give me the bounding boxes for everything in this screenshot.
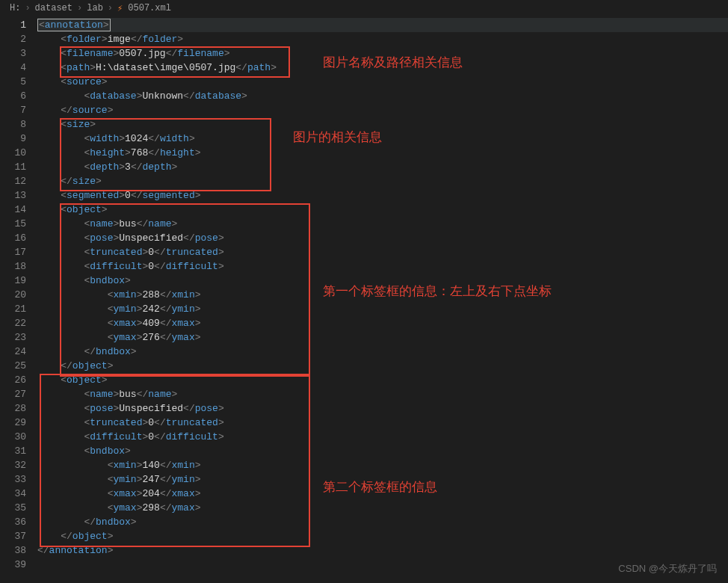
breadcrumb-folder-2[interactable]: lab xyxy=(87,3,103,13)
code-content[interactable]: <annotation> <folder>imge</folder> <file… xyxy=(37,16,728,583)
annotation-label-3: 第一个标签框的信息：左上及右下点坐标 xyxy=(323,283,552,300)
annotation-label-4: 第二个标签框的信息 xyxy=(323,478,437,496)
code-editor[interactable]: 1234567891011121314151617181920212223242… xyxy=(0,16,728,583)
chevron-right-icon: › xyxy=(108,3,113,13)
line-number-gutter: 1234567891011121314151617181920212223242… xyxy=(0,16,37,583)
breadcrumb-folder-1[interactable]: dataset xyxy=(35,3,73,13)
watermark: CSDN @今天炼丹了吗 xyxy=(618,562,717,576)
chevron-right-icon: › xyxy=(25,3,30,13)
breadcrumb-drive[interactable]: H: xyxy=(10,3,20,13)
annotation-label-1: 图片名称及路径相关信息 xyxy=(323,54,463,71)
breadcrumb-file[interactable]: 0507.xml xyxy=(128,3,171,13)
annotation-label-2: 图片的相关信息 xyxy=(293,129,382,146)
breadcrumb[interactable]: H: › dataset › lab › ⚡ 0507.xml xyxy=(0,0,728,16)
xml-file-icon: ⚡ xyxy=(117,3,123,14)
chevron-right-icon: › xyxy=(77,3,82,13)
